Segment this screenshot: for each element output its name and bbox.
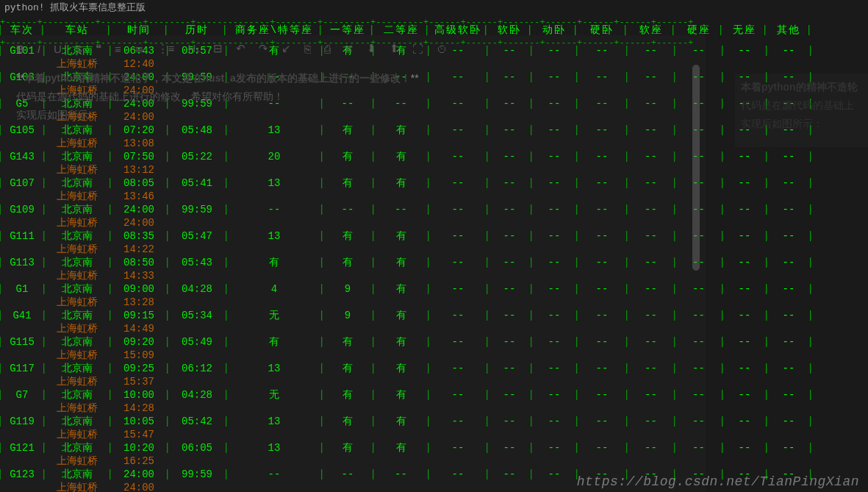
header-cell: 高级软卧| [428,24,487,37]
table-cell: 北京南上海虹桥| [44,441,110,468]
table-cell: 有| [322,177,373,190]
table-cell: --| [487,415,531,428]
heading-icon[interactable]: H₁ [187,42,200,55]
italic-icon[interactable]: I [37,43,40,55]
table-cell: --| [577,124,627,137]
upload-icon[interactable]: ⬆ [390,42,399,55]
table-cell: 4| [226,282,322,296]
table-cell: 有| [322,150,373,163]
table-cell: 10:0515:47| [110,415,168,441]
header-cell: 历时| [168,24,226,37]
numbered-list-icon[interactable]: ≣ [134,42,144,55]
table-cell: 北京南上海虹桥| [44,229,110,256]
list-icon[interactable]: ≡ [115,43,121,55]
quote-icon[interactable]: ❝ [96,42,101,55]
fullscreen-icon[interactable]: ⛶ [412,43,423,55]
redo-icon[interactable]: ↷ [259,42,268,55]
table-cell: 有| [322,441,373,454]
table-cell: G103|| [0,71,44,84]
table-cell: --| [767,229,811,243]
strike-icon[interactable]: S [75,43,82,55]
underline-icon[interactable]: U [54,43,62,55]
download-icon[interactable]: ⬇ [367,42,376,55]
table-cell: --| [487,229,531,243]
table-cell: --| [322,203,373,216]
indent-icon[interactable]: ⋮≡ [157,42,175,55]
table-cell: --| [428,415,487,428]
table-cell: 北京南上海虹桥| [44,71,110,97]
table-cell: --| [428,388,487,402]
table-cell: 有| [322,229,373,243]
table-cell: --| [531,229,577,243]
table-cell: --| [627,282,675,296]
table-cell: --| [322,71,373,84]
header-cell: 时间| [110,24,168,37]
table-cell: 北京南上海虹桥| [44,415,110,441]
table-cell: --| [428,97,487,110]
link-icon[interactable]: ↙ [281,42,291,55]
table-cell: --| [531,177,577,190]
bold-icon[interactable]: B [16,43,24,55]
table-cell: --| [428,309,487,322]
table-cell: --| [675,415,722,428]
table-cell: --| [322,468,373,481]
table-cell: --| [577,203,627,216]
table-cell: --| [627,335,675,349]
table-cell: --| [577,415,627,428]
table-cell: 04:28| [168,282,226,296]
table-cell: --| [627,415,675,428]
table-cell: --| [531,441,577,454]
table-header-row: 车次||车站|时间|历时|商务座\特等座|一等座|二等座|高级软卧|软卧|动卧|… [0,24,868,37]
table-cell: --| [767,415,811,428]
table-cell: 有| [322,124,373,137]
table-icon[interactable]: ⊟ [213,42,223,55]
table-cell: --| [722,335,767,349]
table-cell: 99:59| [168,203,226,216]
paste-icon[interactable]: ⎙ [324,43,331,55]
table-cell: 04:28| [168,388,226,402]
table-cell: --| [675,256,722,269]
table-cell: G143|| [0,150,44,163]
table-cell: --| [487,362,531,375]
table-separator: +------+----------+--------+--------+---… [0,37,868,44]
table-cell: --| [627,441,675,454]
table-row: G111||北京南上海虹桥|08:3514:22|05:47|13|有|有|--… [0,229,868,256]
header-cell: 软卧| [487,24,531,37]
table-cell: --| [531,335,577,349]
table-cell: --| [627,124,675,137]
table-cell: --| [675,229,722,243]
table-cell: 20| [226,150,322,163]
table-cell: --| [531,282,577,296]
table-cell: --| [531,71,577,84]
table-cell: --| [487,256,531,269]
table-cell: 有| [226,335,322,349]
table-cell: --| [627,44,675,57]
table-cell: 13| [226,124,322,137]
header-cell: 商务座\特等座| [226,24,322,37]
table-cell: --| [226,468,322,481]
table-cell: 有| [373,282,428,296]
table-cell: 有| [373,229,428,243]
table-cell: --| [722,388,767,402]
history-icon[interactable]: ⏲ [437,43,448,55]
table-cell: 有| [373,388,428,402]
preview-line: 本着python的精神不造轮 [741,78,862,96]
watermark: https://blog.csdn.net/TianPingXian [577,474,859,489]
table-cell: 99:59| [168,71,226,84]
swap-icon[interactable]: ⤨ [344,42,354,55]
table-cell: 有| [373,256,428,269]
preview-line: 代码是在源代码的基础上 [741,96,862,115]
table-cell: --| [675,362,722,375]
table-cell: --| [428,468,487,481]
table-cell: 05:41| [168,177,226,190]
undo-icon[interactable]: ↶ [236,42,245,55]
table-row: G119||北京南上海虹桥|10:0515:47|05:42|13|有|有|--… [0,415,868,441]
table-cell: --| [627,388,675,402]
copy-icon[interactable]: ⎘ [304,43,311,55]
table-cell: --| [767,282,811,296]
table-cell: G1|| [0,282,44,296]
table-cell: --| [767,177,811,190]
table-cell: --| [767,150,811,163]
table-cell: 07:5013:12| [110,150,168,177]
table-cell: --| [722,177,767,190]
